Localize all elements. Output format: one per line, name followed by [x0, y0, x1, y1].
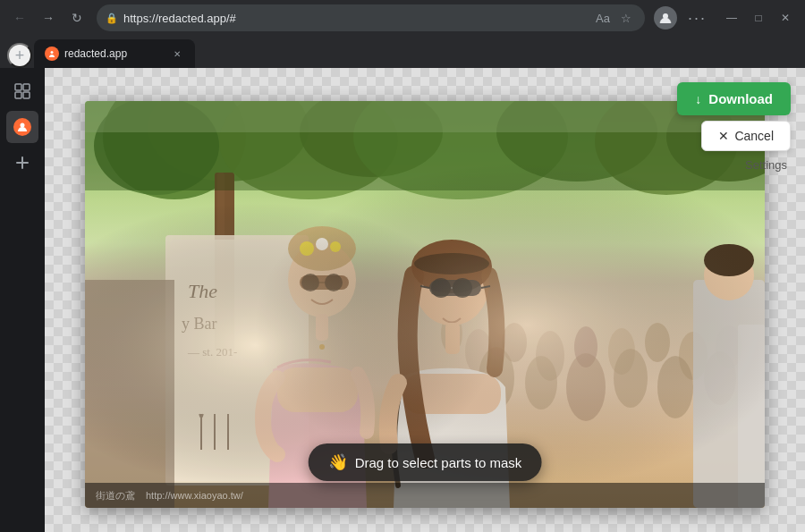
drag-emoji: 👋	[328, 452, 348, 472]
sidebar	[0, 68, 45, 532]
cancel-button[interactable]: ✕ Cancel	[701, 121, 791, 151]
svg-rect-3	[15, 84, 21, 90]
main-content[interactable]: The y Bar — st. 201-	[45, 68, 805, 532]
maximize-button[interactable]: □	[746, 5, 771, 30]
svg-rect-5	[15, 92, 21, 98]
photo-canvas[interactable]: The y Bar — st. 201-	[85, 101, 765, 508]
forward-button[interactable]: →	[36, 5, 61, 30]
new-tab-button[interactable]: +	[7, 43, 32, 68]
profile-button[interactable]	[654, 6, 677, 30]
watermark-site: 街道の鳶	[96, 489, 135, 502]
tab-close-button[interactable]: ✕	[170, 46, 184, 61]
settings-link[interactable]: Settings	[741, 156, 791, 173]
window-controls: — □ ✕	[719, 5, 798, 30]
sidebar-tabs-button[interactable]	[6, 75, 38, 107]
watermark-url: http://www.xiaoyao.tw/	[146, 490, 243, 501]
cancel-label: Cancel	[734, 129, 774, 143]
menu-button[interactable]: ···	[682, 5, 712, 31]
svg-rect-4	[23, 84, 30, 90]
bookmark-icon[interactable]: ☆	[616, 8, 636, 28]
svg-point-2	[51, 51, 54, 54]
sidebar-add-button[interactable]	[6, 147, 38, 179]
download-label: Download	[708, 91, 773, 106]
download-arrow-icon: ↓	[695, 92, 701, 106]
svg-point-7	[21, 123, 25, 128]
browser-body: The y Bar — st. 201-	[0, 68, 805, 532]
action-buttons: ↓ Download ✕ Cancel Settings	[677, 82, 791, 173]
back-button[interactable]: ←	[7, 5, 32, 30]
tab-favicon	[45, 46, 59, 61]
svg-rect-6	[23, 92, 30, 98]
address-bar[interactable]: 🔒 https://redacted.app/# Aa ☆	[97, 4, 645, 31]
svg-rect-79	[85, 101, 765, 190]
tab-bar: + redacted.app ✕	[0, 36, 805, 68]
watermark-bar: 街道の鳶 http://www.xiaoyao.tw/	[85, 483, 765, 508]
tab-title: redacted.app	[64, 47, 165, 60]
title-bar: ← → ↻ 🔒 https://redacted.app/# Aa ☆ ··· …	[0, 0, 805, 36]
cancel-x-icon: ✕	[718, 129, 729, 143]
active-tab[interactable]: redacted.app ✕	[34, 39, 195, 68]
close-button[interactable]: ✕	[773, 5, 798, 30]
reload-button[interactable]: ↻	[64, 5, 89, 30]
drag-tooltip-text: Drag to select parts to mask	[355, 455, 522, 470]
drag-tooltip: 👋 Drag to select parts to mask	[309, 443, 542, 481]
minimize-button[interactable]: —	[719, 5, 744, 30]
url-text: https://redacted.app/#	[123, 12, 588, 25]
reader-mode-icon[interactable]: Aa	[593, 8, 613, 28]
lock-icon: 🔒	[106, 13, 118, 24]
download-button[interactable]: ↓ Download	[677, 82, 791, 115]
sidebar-avatar-button[interactable]	[6, 111, 38, 143]
